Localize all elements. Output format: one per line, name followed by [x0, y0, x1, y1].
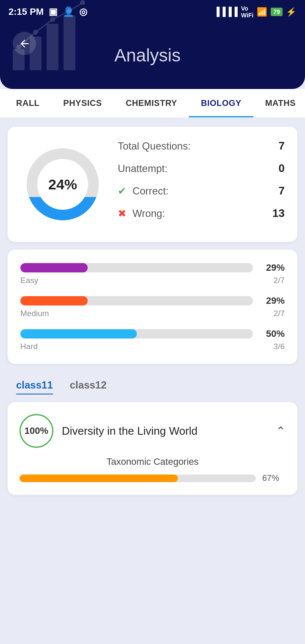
- svg-point-5: [33, 30, 38, 35]
- svg-point-4: [16, 44, 21, 50]
- total-questions-row: Total Questions: 7: [118, 139, 285, 153]
- easy-bar-track: [20, 263, 253, 272]
- chart-decoration: [8, 0, 93, 76]
- easy-pct: 29%: [259, 262, 285, 273]
- topic-circle: 100%: [19, 414, 53, 448]
- difficulty-card: 29% Easy 2/7 29% Medium 2/7: [8, 250, 297, 364]
- wrong-row: ✖ Wrong: 13: [118, 207, 285, 220]
- svg-rect-2: [47, 24, 58, 70]
- topic-card: 100% Diversity in the Living World ⌃ Tax…: [8, 402, 297, 495]
- subtopic-pct: 67%: [262, 473, 286, 483]
- correct-label: ✔ Correct:: [118, 185, 169, 197]
- header: Analysis: [0, 23, 305, 89]
- subtopic-bar-track: [19, 475, 256, 482]
- easy-meta: Easy 2/7: [20, 276, 285, 285]
- stats-card: 24% Total Questions: 7 Unattempt: 0 ✔ Co…: [8, 127, 297, 242]
- unattempt-value: 0: [279, 162, 285, 175]
- medium-label: Medium: [20, 309, 49, 318]
- cross-icon: ✖: [118, 208, 126, 219]
- hard-score: 3/6: [274, 342, 285, 351]
- chevron-up-icon[interactable]: ⌃: [276, 424, 286, 438]
- tab-biology[interactable]: BIOLOGY: [189, 89, 253, 117]
- topic-title: Diversity in the Living World: [62, 425, 267, 438]
- charging-icon: ⚡: [286, 7, 297, 17]
- class12-tab[interactable]: class12: [70, 379, 107, 394]
- main-content: 24% Total Questions: 7 Unattempt: 0 ✔ Co…: [0, 118, 305, 508]
- medium-pct: 29%: [259, 295, 285, 306]
- total-questions-value: 7: [279, 139, 285, 153]
- svg-point-6: [50, 17, 55, 22]
- wifi-label: VoWiFi: [241, 5, 253, 19]
- checkmark-icon: ✔: [118, 185, 126, 197]
- total-questions-label: Total Questions:: [118, 140, 191, 152]
- svg-rect-0: [13, 49, 25, 70]
- subtopic-label: Taxonomic Categories: [19, 456, 286, 467]
- svg-rect-1: [30, 36, 42, 70]
- stats-list: Total Questions: 7 Unattempt: 0 ✔ Correc…: [118, 139, 285, 229]
- page-title: Analysis: [114, 45, 180, 66]
- easy-score: 2/7: [274, 276, 285, 285]
- tab-chemistry[interactable]: CHEMISTRY: [114, 89, 189, 117]
- hard-row: 50% Hard 3/6: [20, 328, 285, 351]
- wrong-value: 13: [272, 207, 285, 220]
- svg-point-7: [67, 8, 72, 14]
- hard-pct: 50%: [259, 328, 285, 339]
- tab-physics[interactable]: PHYSICS: [51, 89, 114, 117]
- class11-tab[interactable]: class11: [16, 379, 53, 394]
- wifi-icon: 📶: [257, 7, 267, 17]
- unattempt-row: Unattempt: 0: [118, 162, 285, 175]
- class-tabs: class11 class12: [8, 372, 297, 402]
- hard-meta: Hard 3/6: [20, 342, 285, 351]
- subtopic-bar-fill: [19, 475, 178, 482]
- topic-header: 100% Diversity in the Living World ⌃: [19, 414, 286, 448]
- status-right: ▐▐▐▐ VoWiFi 📶 79 ⚡: [214, 5, 297, 19]
- subtopic-bar-row: 67%: [19, 473, 286, 483]
- medium-meta: Medium 2/7: [20, 309, 285, 318]
- hard-label: Hard: [20, 342, 38, 351]
- easy-bar-fill: [20, 263, 88, 272]
- wrong-label: ✖ Wrong:: [118, 208, 165, 219]
- easy-row: 29% Easy 2/7: [20, 262, 285, 285]
- tab-bar: RALL PHYSICS CHEMISTRY BIOLOGY MATHS: [0, 89, 305, 118]
- medium-bar-fill: [20, 296, 88, 305]
- hard-bar-fill: [20, 329, 137, 339]
- hard-bar-track: [20, 329, 253, 339]
- svg-rect-3: [64, 15, 75, 70]
- medium-bar-track: [20, 296, 253, 305]
- unattempt-label: Unattempt:: [118, 163, 167, 175]
- easy-label: Easy: [20, 276, 38, 285]
- donut-chart: 24%: [20, 142, 105, 227]
- medium-score: 2/7: [274, 309, 285, 318]
- svg-point-8: [80, 0, 85, 5]
- signal-icon: ▐▐▐▐: [214, 7, 238, 17]
- tab-all[interactable]: RALL: [4, 89, 51, 117]
- medium-row: 29% Medium 2/7: [20, 295, 285, 318]
- tab-maths[interactable]: MATHS: [253, 89, 305, 117]
- correct-value: 7: [279, 184, 285, 197]
- correct-row: ✔ Correct: 7: [118, 184, 285, 197]
- battery-icon: 79: [271, 8, 283, 16]
- donut-percentage: 24%: [48, 176, 77, 193]
